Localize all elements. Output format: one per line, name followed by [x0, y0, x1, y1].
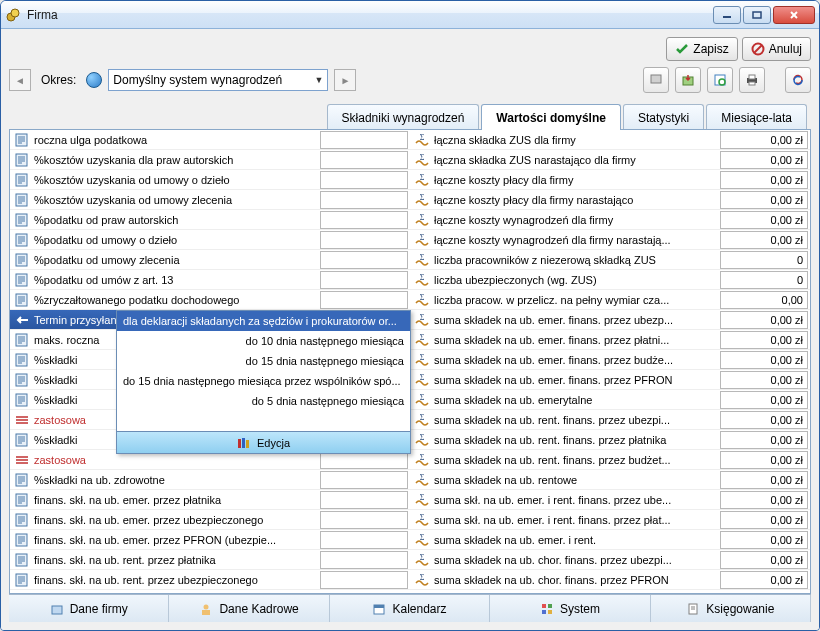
row-value[interactable]: 0,00 zł [720, 471, 808, 489]
save-button[interactable]: Zapisz [666, 37, 737, 61]
dropdown-option[interactable]: dla deklaracji składanych za sędziów i p… [117, 311, 410, 331]
subtab-wartosci[interactable]: Wartości domyślne [481, 104, 621, 130]
row-value[interactable] [320, 511, 408, 529]
list-row[interactable]: Σsuma składek na ub. emer. finans. przez… [410, 370, 810, 390]
row-value[interactable] [320, 271, 408, 289]
subtab-skladniki[interactable]: Składniki wynagrodzeń [327, 104, 480, 130]
list-row[interactable]: finans. skł. na ub. rent. przez ubezpiec… [10, 570, 410, 590]
list-row[interactable]: Σsuma składek na ub. emer. finans. przez… [410, 330, 810, 350]
row-value[interactable]: 0,00 zł [720, 151, 808, 169]
list-row[interactable]: Σłączne koszty płacy dla firmy narastają… [410, 190, 810, 210]
row-value[interactable]: 0,00 zł [720, 491, 808, 509]
list-row[interactable]: Σliczba ubezpieczonych (wg. ZUS)0 [410, 270, 810, 290]
list-row[interactable]: Σsuma składek na ub. chor. finans. przez… [410, 570, 810, 590]
row-value[interactable]: 0,00 zł [720, 531, 808, 549]
tab-dane-firmy[interactable]: Dane firmy [9, 595, 169, 622]
list-row[interactable]: Σłączna składka ZUS dla firmy0,00 zł [410, 130, 810, 150]
row-value[interactable]: 0,00 zł [720, 511, 808, 529]
tool-print-list-button[interactable] [643, 67, 669, 93]
row-value[interactable]: 0,00 [720, 291, 808, 309]
list-row[interactable]: Σliczba pracow. w przelicz. na pełny wym… [410, 290, 810, 310]
dropdown-option[interactable]: do 5 dnia następnego miesiąca [117, 391, 410, 411]
period-combo[interactable]: Domyślny system wynagrodzeń ▼ [108, 69, 328, 91]
list-row[interactable]: Σsuma skł. na ub. emer. i rent. finans. … [410, 490, 810, 510]
list-row[interactable]: roczna ulga podatkowa [10, 130, 410, 150]
row-value[interactable] [320, 231, 408, 249]
row-value[interactable]: 0,00 zł [720, 211, 808, 229]
row-value[interactable] [320, 251, 408, 269]
list-row[interactable]: %podatku od umów z art. 13 [10, 270, 410, 290]
row-value[interactable]: 0,00 zł [720, 191, 808, 209]
list-row[interactable]: Σsuma składek na ub. rent. finans. przez… [410, 450, 810, 470]
row-value[interactable]: 0,00 zł [720, 311, 808, 329]
row-value[interactable] [320, 151, 408, 169]
row-value[interactable]: 0,00 zł [720, 551, 808, 569]
subtab-miesiace[interactable]: Miesiące-lata [706, 104, 807, 130]
list-row[interactable]: %składki na ub. zdrowotne [10, 470, 410, 490]
list-row[interactable]: Σłączne koszty wynagrodzeń dla firmy0,00… [410, 210, 810, 230]
list-row[interactable]: Σsuma składek na ub. emer. finans. przez… [410, 350, 810, 370]
termin-dropdown[interactable]: dla deklaracji składanych za sędziów i p… [116, 310, 411, 454]
list-row[interactable]: finans. skł. na ub. emer. przez PFRON (u… [10, 530, 410, 550]
row-value[interactable]: 0,00 zł [720, 351, 808, 369]
row-value[interactable] [320, 211, 408, 229]
row-value[interactable]: 0,00 zł [720, 331, 808, 349]
cancel-button[interactable]: Anuluj [742, 37, 811, 61]
list-row[interactable]: Σsuma składek na ub. rent. finans. przez… [410, 430, 810, 450]
row-value[interactable]: 0,00 zł [720, 571, 808, 589]
list-row[interactable]: %podatku od praw autorskich [10, 210, 410, 230]
tool-export-button[interactable] [675, 67, 701, 93]
row-value[interactable]: 0,00 zł [720, 371, 808, 389]
row-value[interactable]: 0,00 zł [720, 391, 808, 409]
row-value[interactable] [320, 531, 408, 549]
tab-dane-kadrowe[interactable]: Dane Kadrowe [169, 595, 329, 622]
tab-system[interactable]: System [490, 595, 650, 622]
list-row[interactable]: %podatku od umowy o dzieło [10, 230, 410, 250]
row-value[interactable]: 0,00 zł [720, 231, 808, 249]
list-row[interactable]: Σsuma składek na ub. chor. finans. przez… [410, 550, 810, 570]
list-row[interactable]: Σłączna składka ZUS narastająco dla firm… [410, 150, 810, 170]
list-row[interactable]: Σsuma skł. na ub. emer. i rent. finans. … [410, 510, 810, 530]
maximize-button[interactable] [743, 6, 771, 24]
close-button[interactable] [773, 6, 815, 24]
dropdown-option[interactable]: do 10 dnia następnego miesiąca [117, 331, 410, 351]
list-row[interactable]: %kosztów uzyskania od umowy zlecenia [10, 190, 410, 210]
list-row[interactable]: %podatku od umowy zlecenia [10, 250, 410, 270]
row-value[interactable]: 0,00 zł [720, 131, 808, 149]
list-row[interactable]: Σsuma składek na ub. emerytalne0,00 zł [410, 390, 810, 410]
list-row[interactable]: %kosztów uzyskania od umowy o dzieło [10, 170, 410, 190]
dropdown-option[interactable]: do 15 dnia następnego miesiąca przez wsp… [117, 371, 410, 391]
row-value[interactable]: 0 [720, 271, 808, 289]
dropdown-option[interactable]: do 15 dnia następnego miesiąca [117, 351, 410, 371]
list-row[interactable]: finans. skł. na ub. emer. przez ubezpiec… [10, 510, 410, 530]
dropdown-edit-button[interactable]: Edycja [117, 431, 410, 453]
period-prev-button[interactable]: ◄ [9, 69, 31, 91]
tool-print-button[interactable] [739, 67, 765, 93]
list-row[interactable]: finans. skł. na ub. rent. przez płatnika [10, 550, 410, 570]
row-value[interactable]: 0,00 zł [720, 431, 808, 449]
row-value[interactable]: 0 [720, 251, 808, 269]
subtab-statystyki[interactable]: Statystyki [623, 104, 704, 130]
row-value[interactable] [320, 471, 408, 489]
list-row[interactable]: Σsuma składek na ub. emer. i rent.0,00 z… [410, 530, 810, 550]
list-row[interactable]: Σsuma składek na ub. rentowe0,00 zł [410, 470, 810, 490]
list-row[interactable]: Σsuma składek na ub. rent. finans. przez… [410, 410, 810, 430]
minimize-button[interactable] [713, 6, 741, 24]
row-value[interactable] [320, 131, 408, 149]
list-row[interactable]: finans. skł. na ub. emer. przez płatnika [10, 490, 410, 510]
row-value[interactable] [320, 291, 408, 309]
row-value[interactable] [320, 191, 408, 209]
list-row[interactable]: Σłączne koszty płacy dla firmy0,00 zł [410, 170, 810, 190]
list-row[interactable]: Σliczba pracowników z niezerową składką … [410, 250, 810, 270]
row-value[interactable] [320, 551, 408, 569]
list-row[interactable]: %kosztów uzyskania dla praw autorskich [10, 150, 410, 170]
tool-refresh-button[interactable] [785, 67, 811, 93]
row-value[interactable]: 0,00 zł [720, 411, 808, 429]
tool-preview-button[interactable] [707, 67, 733, 93]
list-row[interactable]: Σłączne koszty wynagrodzeń dla firmy nar… [410, 230, 810, 250]
list-row[interactable]: Σsuma składek na ub. emer. finans. przez… [410, 310, 810, 330]
row-value[interactable] [320, 491, 408, 509]
row-value[interactable]: 0,00 zł [720, 451, 808, 469]
tab-ksiegowanie[interactable]: Księgowanie [651, 595, 811, 622]
tab-kalendarz[interactable]: Kalendarz [330, 595, 490, 622]
